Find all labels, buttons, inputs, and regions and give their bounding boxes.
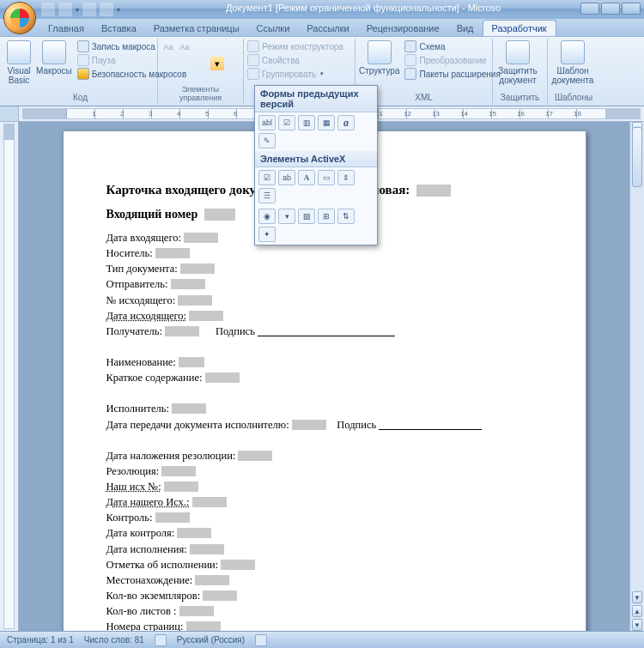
group-code-label: Код — [7, 92, 154, 102]
ribbon-tabs: Главная Вставка Разметка страницы Ссылки… — [0, 19, 644, 36]
tab-review[interactable]: Рецензирование — [358, 21, 448, 36]
form-field[interactable] — [172, 403, 206, 414]
form-field[interactable] — [180, 263, 215, 274]
form-field[interactable] — [155, 512, 190, 523]
ax-combo-icon[interactable]: ▾ — [278, 209, 295, 224]
tab-home[interactable]: Главная — [39, 21, 93, 36]
form-field[interactable] — [177, 528, 211, 538]
doc-field-label: Носитель: — [106, 247, 153, 259]
popup-header-activex: Элементы ActiveX — [255, 151, 377, 167]
doc-field-label: Контроль: — [106, 512, 153, 524]
prev-page-button[interactable]: ▲ — [632, 605, 642, 617]
form-field[interactable] — [221, 560, 255, 570]
form-field[interactable] — [189, 311, 223, 321]
ax-image-icon[interactable]: ▨ — [298, 209, 315, 224]
form-field[interactable] — [179, 606, 214, 616]
schema-button[interactable]: Схема — [404, 40, 500, 52]
ctrl-picture-icon — [194, 40, 208, 54]
vertical-ruler[interactable] — [0, 122, 19, 631]
qat-undo-icon[interactable] — [58, 3, 72, 16]
legacy-shading-icon[interactable]: ✎ — [258, 133, 276, 148]
ax-scroll-icon[interactable]: ⇕ — [337, 170, 355, 185]
status-proofing[interactable] — [155, 634, 167, 646]
tab-pagelayout[interactable]: Разметка страницы — [145, 21, 248, 36]
tab-view[interactable]: Вид — [448, 21, 483, 36]
status-insert[interactable] — [255, 634, 267, 646]
qat-extra-icon[interactable] — [100, 3, 113, 16]
template-button[interactable]: Шаблон документа — [551, 40, 594, 85]
expansion-icon — [404, 68, 416, 80]
pause-icon — [77, 54, 89, 66]
ax-label-icon[interactable]: A — [298, 170, 315, 185]
form-field[interactable] — [155, 248, 190, 258]
ax-checkbox-icon[interactable]: ☑ — [258, 170, 276, 185]
legacy-forms-popup: Формы предыдущих версий abl ☑ ▥ ▦ a ✎ Эл… — [254, 85, 378, 245]
form-field[interactable] — [161, 466, 196, 476]
ax-button-icon[interactable]: ▭ — [318, 170, 335, 185]
structure-button[interactable]: Структура — [359, 40, 399, 76]
form-field[interactable] — [165, 326, 199, 336]
form-field[interactable] — [203, 590, 237, 601]
scroll-down-button[interactable]: ▼ — [632, 591, 642, 603]
legacy-formfield-icon[interactable]: a — [337, 115, 355, 130]
macros-button[interactable]: Макросы — [36, 40, 72, 76]
qat-save-icon[interactable] — [41, 3, 55, 16]
close-button[interactable] — [622, 3, 641, 15]
insert-mode-icon — [255, 634, 267, 646]
legacy-checkbox-icon[interactable]: ☑ — [278, 115, 295, 130]
qat-customize-arrow[interactable]: ▾ — [117, 6, 120, 14]
doc-field-label: № исходящего: — [106, 294, 176, 306]
form-field[interactable] — [416, 185, 451, 197]
sign-label-2: Подпись — [337, 419, 376, 431]
legacy-frame-icon[interactable]: ▦ — [318, 115, 335, 130]
maximize-button[interactable] — [601, 3, 620, 15]
form-field[interactable] — [195, 575, 229, 585]
form-field[interactable] — [204, 209, 235, 221]
signature-line[interactable] — [258, 326, 395, 336]
form-field[interactable] — [205, 372, 240, 383]
ax-spin-icon[interactable]: ⇅ — [337, 209, 355, 224]
ax-toggle-icon[interactable]: ⊞ — [318, 209, 335, 224]
status-words[interactable]: Число слов: 81 — [84, 635, 144, 645]
tab-references[interactable]: Ссылки — [248, 21, 299, 36]
status-language[interactable]: Русский (Россия) — [177, 635, 245, 645]
group-controls-label: Элементы управления — [161, 84, 240, 102]
macros-label: Макросы — [36, 66, 72, 76]
expansion-button[interactable]: Пакеты расширения — [404, 68, 500, 80]
form-field[interactable] — [178, 295, 212, 306]
scroll-thumb[interactable] — [632, 127, 642, 187]
design-mode-button[interactable]: Режим конструктора — [247, 40, 351, 52]
form-field[interactable] — [186, 621, 221, 631]
minimize-button[interactable] — [580, 3, 599, 15]
form-field[interactable] — [238, 451, 272, 461]
tab-mailings[interactable]: Рассылки — [298, 21, 357, 36]
group-btn-label: Группировать — [262, 70, 316, 79]
doc-field-label: Номера страниц: — [106, 621, 184, 631]
legacy-dropdown-icon[interactable]: ▥ — [298, 115, 315, 130]
form-field[interactable] — [164, 481, 198, 492]
tab-developer[interactable]: Разработчик — [483, 20, 556, 36]
tab-insert[interactable]: Вставка — [93, 21, 145, 36]
form-field[interactable] — [190, 544, 224, 554]
legacy-tools-button[interactable]: ▾ — [210, 57, 224, 70]
qat-undo-arrow[interactable]: ▾ — [76, 6, 79, 14]
protect-button[interactable]: Защитить документ — [496, 40, 539, 85]
ax-textbox-icon[interactable]: ab — [278, 170, 295, 185]
qat-redo-icon[interactable] — [82, 3, 96, 16]
vertical-scrollbar[interactable]: ▲ ▼ ▲ ▼ — [629, 122, 644, 631]
visual-basic-button[interactable]: Visual Basic — [7, 40, 31, 85]
legacy-textbox-icon[interactable]: abl — [258, 115, 276, 130]
form-field[interactable] — [192, 497, 227, 507]
form-field[interactable] — [292, 420, 326, 430]
ax-option-icon[interactable]: ◉ — [258, 209, 276, 224]
next-page-button[interactable]: ▼ — [632, 619, 642, 631]
status-page[interactable]: Страница: 1 из 1 — [7, 635, 74, 645]
office-button[interactable] — [3, 2, 36, 34]
signature-line[interactable] — [379, 420, 482, 430]
form-field[interactable] — [184, 233, 218, 243]
ax-list-icon[interactable]: ☰ — [258, 188, 276, 203]
form-field[interactable] — [171, 279, 205, 289]
form-field[interactable] — [179, 357, 204, 367]
shield-icon — [77, 68, 89, 80]
ax-more-icon[interactable]: ✦ — [258, 227, 276, 242]
